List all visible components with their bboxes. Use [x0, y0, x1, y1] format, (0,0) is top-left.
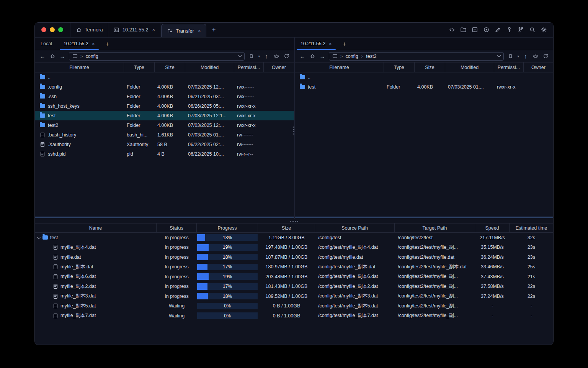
- column-header-estimated-time[interactable]: Estimated time: [510, 223, 553, 232]
- file-size: 4.00KB: [155, 111, 185, 120]
- file-row[interactable]: .configFolder4.00KB07/02/2025 12:...rwx-…: [35, 82, 294, 92]
- new-tab-button[interactable]: +: [207, 22, 221, 37]
- column-header-size[interactable]: Size: [258, 223, 315, 232]
- file-name: test2: [48, 123, 58, 128]
- file-row[interactable]: testFolder4.00KB07/03/2025 01:...rwxr-xr…: [295, 82, 553, 92]
- file-row[interactable]: .XauthorityXauthority58 B06/22/2025 02:.…: [35, 140, 294, 149]
- transfer-row[interactable]: myfile_副本2.datIn progress17%181.43MB / 1…: [35, 282, 553, 292]
- edit-icon[interactable]: [495, 26, 501, 33]
- column-header-filename[interactable]: Filename: [295, 62, 384, 72]
- transfer-row[interactable]: myfile_副本4.datIn progress19%197.48MB / 1…: [35, 243, 553, 253]
- right-panel-tab-bar: 10.211.55.2 × +: [295, 38, 553, 50]
- file-row[interactable]: sshd.pidpid4 B06/22/2025 10:...rw-r--r--: [35, 149, 294, 159]
- column-header-modified[interactable]: Modified: [185, 62, 234, 72]
- tab-termora[interactable]: Termora: [70, 22, 108, 37]
- key-icon[interactable]: [506, 26, 513, 33]
- forward-button[interactable]: →: [319, 53, 326, 60]
- tab-transfer[interactable]: Transfer ×: [161, 24, 206, 37]
- upload-button[interactable]: ↑: [522, 53, 529, 60]
- upload-button[interactable]: ↑: [263, 53, 270, 60]
- column-header-status[interactable]: Status: [157, 223, 197, 232]
- folder-icon[interactable]: [460, 26, 467, 33]
- column-header-name[interactable]: Name: [35, 223, 157, 232]
- column-header-target-path[interactable]: Target Path: [395, 223, 475, 232]
- minimize-window-button[interactable]: [50, 27, 55, 32]
- column-header-size[interactable]: Size: [415, 62, 445, 72]
- back-button[interactable]: ←: [299, 53, 306, 60]
- transfer-row[interactable]: testIn progress13%1.11GB / 8.00GB/config…: [35, 233, 553, 243]
- column-header-speed[interactable]: Speed: [475, 223, 510, 232]
- refresh-button[interactable]: [542, 53, 549, 60]
- right-tab-host[interactable]: 10.211.55.2 ×: [295, 38, 338, 50]
- column-header-owner[interactable]: Owner: [524, 62, 553, 72]
- bookmark-button[interactable]: [248, 53, 255, 60]
- right-path-breadcrumb[interactable]: > config > test2: [329, 52, 504, 61]
- bookmark-button[interactable]: [507, 53, 514, 60]
- column-header-permissions[interactable]: Permissi...: [234, 62, 264, 72]
- transfer-row[interactable]: myfile_副本7.datWaiting0%0 B / 1.00GB/conf…: [35, 311, 553, 321]
- close-tab-icon[interactable]: ×: [198, 28, 201, 33]
- computer-icon: [72, 54, 78, 59]
- horizontal-scrollbar[interactable]: [35, 217, 294, 218]
- bookmark-caret-icon[interactable]: ▾: [258, 54, 260, 58]
- path-dropdown-button[interactable]: [498, 56, 500, 57]
- file-row[interactable]: .bash_historybash_hi...1.61KB07/03/2025 …: [35, 130, 294, 140]
- left-tab-host[interactable]: 10.211.55.2 ×: [58, 38, 101, 50]
- file-row-selected[interactable]: testFolder4.00KB07/03/2025 12:1...rwxr-x…: [35, 111, 294, 120]
- transfer-row[interactable]: myfile_副本.datIn progress17%180.97MB / 1.…: [35, 262, 553, 272]
- settings-icon[interactable]: [541, 26, 547, 33]
- refresh-button[interactable]: [283, 53, 290, 60]
- column-header-owner[interactable]: Owner: [264, 62, 294, 72]
- bookmark-caret-icon[interactable]: ▾: [517, 54, 519, 58]
- tab-host-session[interactable]: 10.211.55.2 ×: [108, 22, 160, 37]
- transfer-target-path: /config/test2/test/myfile_副...: [395, 311, 475, 321]
- horizontal-scrollbar[interactable]: [295, 217, 553, 218]
- breadcrumb-segment[interactable]: config: [85, 54, 98, 59]
- chevron-down-icon: [238, 54, 242, 58]
- path-dropdown-button[interactable]: [238, 56, 241, 57]
- console-icon[interactable]: [472, 26, 478, 33]
- file-permissions: rw-------: [234, 130, 264, 140]
- column-header-progress[interactable]: Progress: [197, 223, 258, 232]
- transfer-row[interactable]: myfile_副本3.datIn progress18%189.52MB / 1…: [35, 291, 553, 301]
- progress-bar: 17%: [197, 283, 258, 290]
- show-hidden-button[interactable]: [532, 53, 539, 60]
- forward-button[interactable]: →: [59, 53, 66, 60]
- zoom-window-button[interactable]: [58, 27, 63, 32]
- home-button[interactable]: [49, 53, 56, 60]
- right-new-tab-button[interactable]: +: [338, 38, 351, 50]
- left-path-breadcrumb[interactable]: > config: [69, 52, 245, 61]
- chevron-down-icon[interactable]: [37, 235, 41, 239]
- record-icon[interactable]: [483, 26, 490, 33]
- file-row[interactable]: ..: [295, 72, 553, 82]
- column-header-size[interactable]: Size: [155, 62, 185, 72]
- show-hidden-button[interactable]: [273, 53, 280, 60]
- close-tab-icon[interactable]: ×: [152, 27, 155, 32]
- column-header-source-path[interactable]: Source Path: [315, 223, 395, 232]
- close-tab-icon[interactable]: ×: [92, 41, 95, 46]
- file-row[interactable]: ssh_host_keysFolder4.00KB06/26/2025 05:.…: [35, 101, 294, 111]
- panel-splitter-horizontal[interactable]: [35, 219, 553, 223]
- transfer-row[interactable]: myfile_副本5.datWaiting0%0 B / 1.00GB/conf…: [35, 301, 553, 311]
- column-header-permissions[interactable]: Permissi...: [494, 62, 524, 72]
- transfer-row[interactable]: myfile_副本6.datIn progress19%203.48MB / 1…: [35, 272, 553, 282]
- left-tab-local[interactable]: Local: [35, 38, 58, 50]
- transfer-row[interactable]: myfile.datIn progress18%187.87MB / 1.00G…: [35, 252, 553, 262]
- back-button[interactable]: ←: [39, 53, 46, 60]
- close-tab-icon[interactable]: ×: [329, 41, 332, 46]
- home-button[interactable]: [309, 53, 316, 60]
- close-window-button[interactable]: [41, 27, 46, 32]
- column-header-type[interactable]: Type: [384, 62, 415, 72]
- column-header-type[interactable]: Type: [124, 62, 155, 72]
- file-row[interactable]: ..: [35, 72, 294, 82]
- column-header-modified[interactable]: Modified: [445, 62, 494, 72]
- file-row[interactable]: test2Folder4.00KB07/03/2025 12:...rwxr-x…: [35, 120, 294, 130]
- code-icon[interactable]: [449, 26, 455, 33]
- file-row[interactable]: .sshFolder4.00KB06/21/2025 03:...rwx----…: [35, 92, 294, 101]
- branch-icon[interactable]: [518, 26, 524, 33]
- search-icon[interactable]: [529, 26, 536, 33]
- left-new-tab-button[interactable]: +: [101, 38, 114, 50]
- breadcrumb-segment[interactable]: config: [345, 54, 358, 59]
- breadcrumb-segment[interactable]: test2: [366, 54, 376, 59]
- column-header-filename[interactable]: Filename: [35, 62, 124, 72]
